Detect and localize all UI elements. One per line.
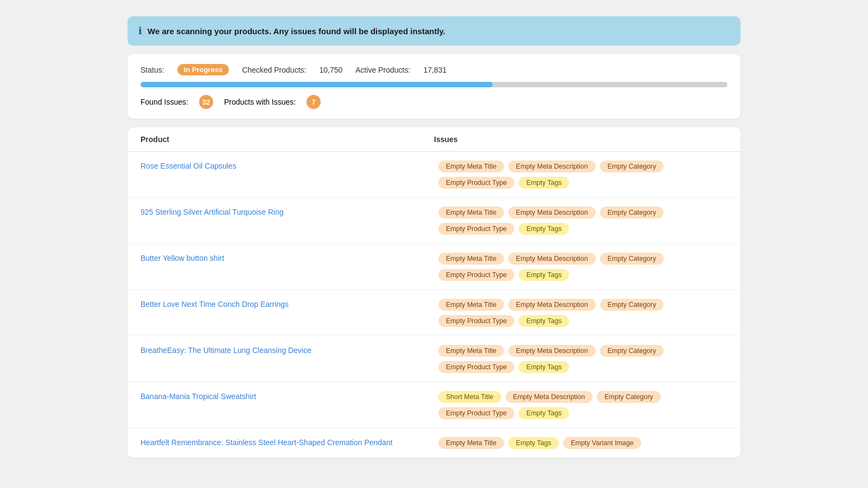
product-link[interactable]: Rose Essential Oil Capsules xyxy=(141,162,237,170)
main-container: ℹ We are scanning your products. Any iss… xyxy=(127,16,741,458)
issue-tag: Empty Meta Description xyxy=(506,391,593,403)
issue-tag: Empty Category xyxy=(597,391,661,403)
issue-tag: Empty Category xyxy=(600,345,664,357)
issue-tag: Empty Meta Title xyxy=(438,253,504,265)
issue-tag: Empty Tags xyxy=(519,269,569,281)
issue-tag: Empty Category xyxy=(600,207,664,219)
issue-tag: Empty Category xyxy=(600,253,664,265)
found-issues-label: Found Issues: xyxy=(141,98,188,106)
status-badge: In Progress xyxy=(177,64,229,75)
issue-tag: Empty Tags xyxy=(519,407,569,419)
issue-tag: Empty Tags xyxy=(519,177,569,189)
table-row: 925 Sterling Silver Artificial Turquoise… xyxy=(127,198,741,244)
info-icon: ℹ xyxy=(138,25,142,37)
table-row: BreatheEasy: The Ultimate Lung Cleansing… xyxy=(127,336,741,382)
issue-tag: Empty Tags xyxy=(519,315,569,327)
issue-tag: Empty Meta Title xyxy=(438,299,504,311)
issue-tag: Empty Product Type xyxy=(438,269,514,281)
col-issues-header: Issues xyxy=(434,135,727,144)
issue-tag: Short Meta Title xyxy=(438,391,501,403)
issue-tag: Empty Product Type xyxy=(438,361,514,373)
product-cell: Rose Essential Oil Capsules xyxy=(141,160,430,172)
issue-tag: Empty Tags xyxy=(519,361,569,373)
products-issues-label: Products with Issues: xyxy=(224,98,296,106)
col-product-header: Product xyxy=(141,135,434,144)
issues-cell: Short Meta TitleEmpty Meta DescriptionEm… xyxy=(438,391,727,419)
table-row: Rose Essential Oil CapsulesEmpty Meta Ti… xyxy=(127,152,741,198)
issue-tag: Empty Product Type xyxy=(438,407,514,419)
table-row: Heartfelt Remembrance: Stainless Steel H… xyxy=(127,428,741,458)
issue-tag: Empty Meta Title xyxy=(438,345,504,357)
issue-tag: Empty Category xyxy=(600,160,664,172)
issue-tag: Empty Tags xyxy=(519,223,569,235)
issue-tag: Empty Meta Title xyxy=(438,437,504,449)
product-cell: Butter Yellow button shirt xyxy=(141,253,430,264)
product-link[interactable]: BreatheEasy: The Ultimate Lung Cleansing… xyxy=(141,346,311,355)
active-products-value: 17,831 xyxy=(423,66,446,74)
issue-tag: Empty Meta Description xyxy=(508,160,596,172)
issue-tag: Empty Meta Title xyxy=(438,207,504,219)
status-card: Status: In Progress Checked Products: 10… xyxy=(127,54,741,119)
product-cell: BreatheEasy: The Ultimate Lung Cleansing… xyxy=(141,345,430,356)
issues-cell: Empty Meta TitleEmpty TagsEmpty Variant … xyxy=(438,437,727,449)
issue-tag: Empty Meta Title xyxy=(438,160,504,172)
product-link[interactable]: Better Love Next Time Conch Drop Earring… xyxy=(141,300,289,309)
product-link[interactable]: 925 Sterling Silver Artificial Turquoise… xyxy=(141,208,284,216)
issue-tag: Empty Meta Description xyxy=(508,345,596,357)
issue-tag: Empty Meta Description xyxy=(508,207,596,219)
products-table: Product Issues Rose Essential Oil Capsul… xyxy=(127,127,741,458)
issues-row: Found Issues: 32 Products with Issues: 7 xyxy=(141,95,727,109)
issue-tag: Empty Product Type xyxy=(438,223,514,235)
status-row: Status: In Progress Checked Products: 10… xyxy=(141,64,727,75)
issue-tag: Empty Variant Image xyxy=(563,437,641,449)
product-cell: Better Love Next Time Conch Drop Earring… xyxy=(141,299,430,310)
issue-tag: Empty Product Type xyxy=(438,315,514,327)
issue-tag: Empty Meta Description xyxy=(508,299,596,311)
issue-tag: Empty Product Type xyxy=(438,177,514,189)
table-body: Rose Essential Oil CapsulesEmpty Meta Ti… xyxy=(127,152,741,458)
scan-banner: ℹ We are scanning your products. Any iss… xyxy=(127,16,741,46)
found-issues-badge: 32 xyxy=(199,95,213,109)
table-header: Product Issues xyxy=(127,127,741,152)
product-link[interactable]: Banana-Mania Tropical Sweatshirt xyxy=(141,392,256,401)
products-issues-badge: 7 xyxy=(307,95,321,109)
checked-products-value: 10,750 xyxy=(319,66,342,74)
banner-text: We are scanning your products. Any issue… xyxy=(148,27,445,36)
issue-tag: Empty Meta Description xyxy=(508,253,596,265)
issues-cell: Empty Meta TitleEmpty Meta DescriptionEm… xyxy=(438,299,727,327)
product-link[interactable]: Butter Yellow button shirt xyxy=(141,254,224,262)
issues-cell: Empty Meta TitleEmpty Meta DescriptionEm… xyxy=(438,253,727,281)
progress-bar-fill xyxy=(141,82,493,87)
table-row: Better Love Next Time Conch Drop Earring… xyxy=(127,290,741,336)
product-cell: Heartfelt Remembrance: Stainless Steel H… xyxy=(141,437,430,448)
issue-tag: Empty Tags xyxy=(508,437,559,449)
issues-cell: Empty Meta TitleEmpty Meta DescriptionEm… xyxy=(438,345,727,373)
table-row: Butter Yellow button shirtEmpty Meta Tit… xyxy=(127,244,741,290)
issue-tag: Empty Category xyxy=(600,299,664,311)
checked-products-label: Checked Products: xyxy=(242,66,306,74)
active-products-label: Active Products: xyxy=(355,66,410,74)
table-row: Banana-Mania Tropical SweatshirtShort Me… xyxy=(127,382,741,428)
issues-cell: Empty Meta TitleEmpty Meta DescriptionEm… xyxy=(438,160,727,189)
progress-bar-track xyxy=(141,82,727,87)
status-label: Status: xyxy=(141,66,164,74)
product-link[interactable]: Heartfelt Remembrance: Stainless Steel H… xyxy=(141,438,393,447)
product-cell: Banana-Mania Tropical Sweatshirt xyxy=(141,391,430,402)
issues-cell: Empty Meta TitleEmpty Meta DescriptionEm… xyxy=(438,207,727,235)
product-cell: 925 Sterling Silver Artificial Turquoise… xyxy=(141,207,430,218)
